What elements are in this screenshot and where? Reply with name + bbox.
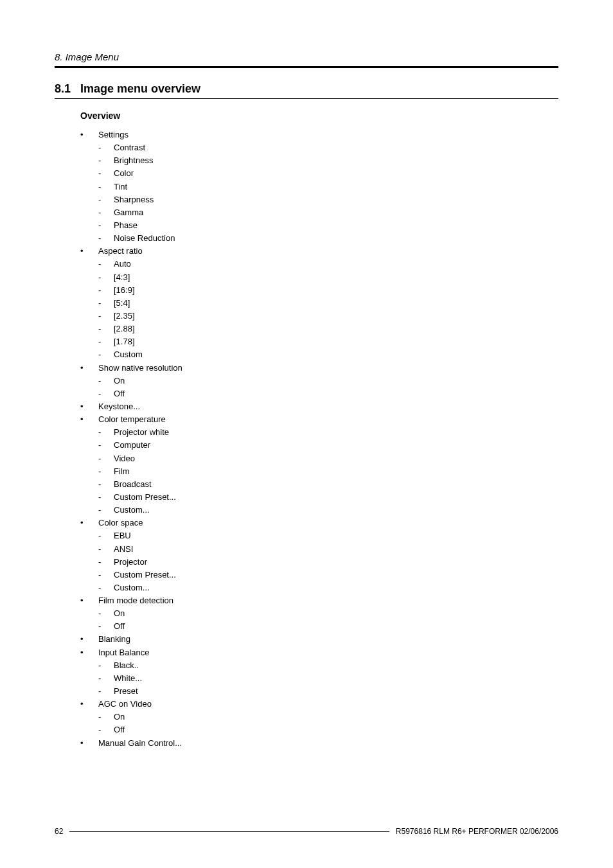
list-item-label: Film mode detection xyxy=(98,596,173,605)
sub-list-item-label: [1.78] xyxy=(114,337,135,346)
sub-list-item: [1.78] xyxy=(98,335,558,348)
sub-list-item-label: Brightness xyxy=(114,155,153,165)
sub-list: OnOff xyxy=(98,375,558,400)
sub-list-item: Projector xyxy=(98,556,558,569)
sub-list-item: On xyxy=(98,711,558,723)
sub-list-item-label: Projector white xyxy=(114,427,169,437)
sub-list-item: [16:9] xyxy=(98,284,558,297)
sub-list-item: On xyxy=(98,607,558,620)
list-item: Manual Gain Control... xyxy=(80,737,558,750)
sub-list-item-label: Projector xyxy=(114,557,147,567)
sub-list-item-label: On xyxy=(114,376,125,385)
sub-list-item-label: Off xyxy=(114,725,125,734)
sub-list-item: Custom Preset... xyxy=(98,569,558,581)
sub-list-item: Contrast xyxy=(98,141,558,154)
list-item: Show native resolutionOnOff xyxy=(80,362,558,400)
sub-list-item-label: On xyxy=(114,608,125,618)
sub-list-item-label: Off xyxy=(114,389,125,398)
sub-list-item: Off xyxy=(98,723,558,736)
list-item: Color temperatureProjector whiteComputer… xyxy=(80,413,558,517)
sub-list-item-label: Custom xyxy=(114,350,143,359)
sub-list-item: Projector white xyxy=(98,426,558,439)
sub-list-item-label: Phase xyxy=(114,220,138,230)
sub-list-item-label: [5:4] xyxy=(114,298,130,308)
sub-list-item-label: On xyxy=(114,712,125,722)
sub-list-item-label: Tint xyxy=(114,182,127,191)
sub-list-item-label: Contrast xyxy=(114,143,145,152)
sub-list-item-label: Custom... xyxy=(114,583,150,592)
doc-reference: R5976816 RLM R6+ PERFORMER 02/06/2006 xyxy=(396,827,558,836)
sub-list-item-label: Computer xyxy=(114,440,150,450)
list-item: Film mode detectionOnOff xyxy=(80,594,558,633)
sub-list-item: White... xyxy=(98,672,558,685)
sub-list: Black..White...Preset xyxy=(98,659,558,698)
sub-list-item-label: Custom Preset... xyxy=(114,492,176,502)
sub-list-item-label: Sharpness xyxy=(114,195,154,204)
list-item: Color spaceEBUANSIProjectorCustom Preset… xyxy=(80,517,558,594)
sub-list-item: Gamma xyxy=(98,206,558,219)
sub-list-item: Noise Reduction xyxy=(98,232,558,245)
sub-list-item-label: Off xyxy=(114,621,125,631)
list-item-label: Settings xyxy=(98,130,129,139)
section-rule xyxy=(55,98,558,99)
sub-list-item-label: [16:9] xyxy=(114,285,135,295)
page: 8. Image Menu 8.1 Image menu overview Ov… xyxy=(0,0,613,868)
sub-list-item-label: Custom Preset... xyxy=(114,570,176,580)
sub-list-item: Tint xyxy=(98,181,558,193)
list-item-label: Color temperature xyxy=(98,414,166,424)
sub-list-item: Custom xyxy=(98,348,558,361)
sub-list-item-label: [4:3] xyxy=(114,272,130,282)
sub-list-item: [2.88] xyxy=(98,323,558,335)
section-number: 8.1 xyxy=(55,82,71,95)
sub-list-item-label: Color xyxy=(114,168,134,178)
sub-list-item-label: Black.. xyxy=(114,660,139,670)
sub-list-item-label: Noise Reduction xyxy=(114,233,175,243)
footer: 62 R5976816 RLM R6+ PERFORMER 02/06/2006 xyxy=(55,827,558,836)
list-item-label: Input Balance xyxy=(98,648,150,657)
list-item-label: Aspect ratio xyxy=(98,246,143,256)
sub-list-item: Computer xyxy=(98,439,558,452)
sub-list-item-label: Custom... xyxy=(114,505,150,515)
list-item-label: Color space xyxy=(98,518,143,527)
sub-list-item-label: Broadcast xyxy=(114,479,152,489)
sub-list: Auto[4:3][16:9][5:4][2.35][2.88][1.78]Cu… xyxy=(98,258,558,361)
list-item-label: Manual Gain Control... xyxy=(98,738,182,748)
sub-list-item: Phase xyxy=(98,219,558,232)
sub-list-item-label: Gamma xyxy=(114,208,143,217)
overview-list: SettingsContrastBrightnessColorTintSharp… xyxy=(80,128,558,750)
sub-list: Projector whiteComputerVideoFilmBroadcas… xyxy=(98,426,558,517)
sub-list-item-label: Preset xyxy=(114,686,138,696)
sub-list-item-label: [2.88] xyxy=(114,324,135,333)
sub-list: OnOff xyxy=(98,711,558,736)
chapter-rule xyxy=(55,66,558,68)
subsection-title: Overview xyxy=(80,111,558,121)
list-item: AGC on VideoOnOff xyxy=(80,698,558,736)
section-title: 8.1 Image menu overview xyxy=(55,82,558,96)
list-item: Aspect ratioAuto[4:3][16:9][5:4][2.35][2… xyxy=(80,245,558,361)
sub-list-item: Off xyxy=(98,387,558,400)
sub-list-item: Preset xyxy=(98,685,558,698)
list-item-label: Show native resolution xyxy=(98,363,182,373)
sub-list-item: Film xyxy=(98,465,558,478)
sub-list-item: [4:3] xyxy=(98,271,558,284)
sub-list-item: Custom Preset... xyxy=(98,491,558,504)
list-item: SettingsContrastBrightnessColorTintSharp… xyxy=(80,128,558,245)
sub-list-item-label: EBU xyxy=(114,531,131,540)
sub-list-item: ANSI xyxy=(98,543,558,556)
list-item: Keystone... xyxy=(80,400,558,413)
sub-list-item: Black.. xyxy=(98,659,558,672)
sub-list-item: Custom... xyxy=(98,581,558,594)
sub-list-item-label: Video xyxy=(114,454,135,463)
sub-list-item-label: Auto xyxy=(114,259,131,269)
sub-list-item: On xyxy=(98,375,558,387)
sub-list-item: Off xyxy=(98,620,558,633)
sub-list-item: Video xyxy=(98,452,558,465)
sub-list: EBUANSIProjectorCustom Preset...Custom..… xyxy=(98,529,558,594)
sub-list-item-label: White... xyxy=(114,673,142,683)
sub-list-item: Color xyxy=(98,167,558,180)
sub-list-item: Sharpness xyxy=(98,193,558,206)
sub-list-item-label: Film xyxy=(114,466,130,476)
sub-list-item: Custom... xyxy=(98,504,558,517)
sub-list-item: Broadcast xyxy=(98,478,558,491)
list-item: Input BalanceBlack..White...Preset xyxy=(80,646,558,698)
